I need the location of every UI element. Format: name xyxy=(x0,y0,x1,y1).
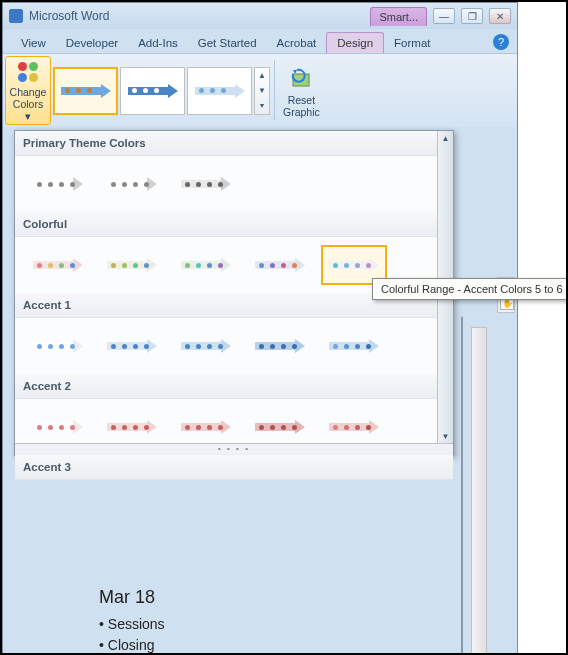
color-swatch[interactable] xyxy=(247,407,313,447)
color-swatch[interactable] xyxy=(173,245,239,285)
tab-acrobat[interactable]: Acrobat xyxy=(267,33,327,53)
color-swatch[interactable] xyxy=(247,326,313,366)
tooltip: Colorful Range - Accent Colors 5 to 6 xyxy=(372,278,568,300)
dd-heading-accent3: Accent 3 xyxy=(15,455,453,480)
minimize-button[interactable]: — xyxy=(433,8,455,24)
close-button[interactable]: ✕ xyxy=(489,8,511,24)
help-icon[interactable]: ? xyxy=(493,34,509,50)
color-swatch[interactable] xyxy=(25,245,91,285)
ribbon-tabs: View Developer Add-Ins Get Started Acrob… xyxy=(3,29,517,53)
reset-graphic-button[interactable]: Reset Graphic xyxy=(279,56,324,125)
document-area: Mar 18 • Sessions • Closing xyxy=(3,587,519,655)
color-swatch[interactable] xyxy=(99,164,165,204)
doc-bullet-2: • Closing xyxy=(99,635,519,655)
tab-getstarted[interactable]: Get Started xyxy=(188,33,267,53)
color-swatch[interactable] xyxy=(321,326,387,366)
dd-heading-accent2: Accent 2 xyxy=(15,374,453,399)
style-gallery-item-1[interactable] xyxy=(53,67,118,115)
dropdown-resize-grip[interactable]: • • • • xyxy=(15,443,453,455)
ribbon: Change Colors ▾ ▲▼▾ Reset Graphic xyxy=(3,53,517,127)
color-swatch[interactable] xyxy=(99,326,165,366)
title-bar: Microsoft Word Smart... — ❐ ✕ xyxy=(3,3,517,29)
doc-bullet-1: • Sessions xyxy=(99,614,519,635)
color-swatch[interactable] xyxy=(99,407,165,447)
doc-date: Mar 18 xyxy=(99,587,519,608)
color-swatch[interactable] xyxy=(173,326,239,366)
color-swatch[interactable] xyxy=(25,407,91,447)
color-swatch[interactable] xyxy=(247,245,313,285)
app-title: Microsoft Word xyxy=(9,9,109,23)
contextual-tab-smartart[interactable]: Smart... xyxy=(370,7,427,26)
change-colors-label2: Colors ▾ xyxy=(10,98,46,122)
dd-heading-colorful: Colorful xyxy=(15,212,453,237)
change-colors-label1: Change xyxy=(10,86,47,98)
color-swatch[interactable] xyxy=(25,164,91,204)
dd-heading-primary: Primary Theme Colors xyxy=(15,131,453,156)
reset-label2: Graphic xyxy=(283,106,320,118)
color-swatch[interactable] xyxy=(321,407,387,447)
restore-button[interactable]: ❐ xyxy=(461,8,483,24)
tab-developer[interactable]: Developer xyxy=(56,33,128,53)
tab-design[interactable]: Design xyxy=(326,32,384,53)
style-gallery: ▲▼▾ xyxy=(53,56,270,125)
style-gallery-more[interactable]: ▲▼▾ xyxy=(254,67,270,115)
color-swatch[interactable] xyxy=(173,407,239,447)
color-circles-icon xyxy=(16,60,40,84)
tab-addins[interactable]: Add-Ins xyxy=(128,33,188,53)
change-colors-button[interactable]: Change Colors ▾ xyxy=(5,56,51,125)
reset-graphic-icon xyxy=(287,64,315,92)
color-swatch[interactable] xyxy=(25,326,91,366)
tab-view[interactable]: View xyxy=(11,33,56,53)
reset-label1: Reset xyxy=(288,94,315,106)
tab-format[interactable]: Format xyxy=(384,33,440,53)
style-gallery-item-2[interactable] xyxy=(120,67,185,115)
color-swatch[interactable] xyxy=(99,245,165,285)
style-gallery-item-3[interactable] xyxy=(187,67,252,115)
color-swatch[interactable] xyxy=(173,164,239,204)
